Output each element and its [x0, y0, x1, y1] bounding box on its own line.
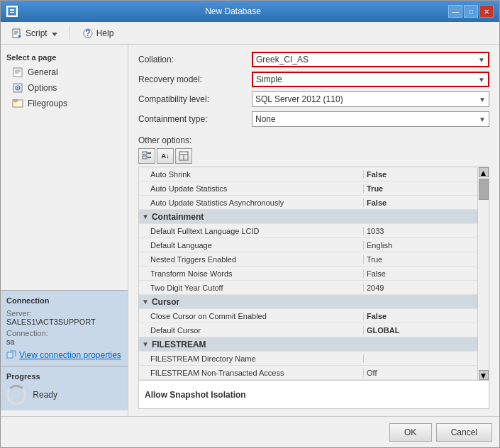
containment-value: None — [255, 114, 479, 124]
property-row[interactable]: Auto Update StatisticsTrue — [139, 181, 477, 196]
progress-title: Progress — [6, 372, 122, 381]
sidebar-general-label: General — [28, 67, 58, 77]
connection-section: Connection Server: SALES1\ACT3SUPPORT Co… — [1, 290, 128, 366]
sidebar: Select a page General — [1, 45, 128, 416]
collation-label: Collation: — [138, 55, 252, 65]
scrollbar[interactable]: ▲ ▼ — [477, 167, 489, 380]
help-icon: ? — [82, 28, 94, 39]
svg-rect-23 — [143, 152, 147, 155]
collation-select[interactable]: Greek_CI_AS ▼ — [252, 52, 489, 67]
recovery-arrow-icon: ▼ — [478, 76, 485, 84]
containment-select[interactable]: None ▼ — [252, 111, 489, 127]
window-icon — [6, 6, 18, 17]
toolbar-separator — [70, 26, 70, 40]
property-row[interactable]: Nested Triggers EnabledTrue — [139, 252, 477, 267]
progress-section: Progress Ready — [1, 366, 128, 410]
property-row[interactable]: Auto ShrinkFalse — [139, 167, 477, 181]
cancel-button[interactable]: Cancel — [436, 423, 492, 442]
progress-row: Ready — [6, 385, 122, 405]
category-row[interactable]: ▼ Cursor — [139, 295, 477, 309]
server-label: Server: — [6, 309, 122, 318]
main-content: Select a page General — [1, 45, 499, 416]
title-bar: New Database — □ ✕ — [1, 1, 499, 22]
recovery-select[interactable]: Simple ▼ — [252, 72, 489, 87]
properties-icon — [179, 151, 189, 161]
main-window: New Database — □ ✕ Script ? Help — [0, 0, 500, 448]
svg-rect-1 — [10, 9, 14, 11]
category-row[interactable]: ▼ Containment — [139, 210, 477, 224]
sidebar-filegroups-label: Filegroups — [28, 99, 67, 108]
property-row[interactable]: Default Fulltext Language LCID1033 — [139, 224, 477, 238]
containment-arrow-icon: ▼ — [479, 116, 486, 123]
property-row[interactable]: Default CursorGLOBAL — [139, 323, 477, 337]
window-title: New Database — [18, 6, 448, 16]
options-icon — [12, 82, 23, 94]
compatibility-select[interactable]: SQL Server 2012 (110) ▼ — [252, 91, 489, 107]
property-row[interactable]: FILESTREAM Non-Transacted AccessOff — [139, 366, 477, 380]
property-row[interactable]: Two Digit Year Cutoff2049 — [139, 281, 477, 295]
scroll-up-button[interactable]: ▲ — [479, 167, 489, 177]
property-row[interactable]: Close Cursor on Commit EnabledFalse — [139, 309, 477, 323]
containment-row: Containment type: None ▼ — [138, 111, 489, 127]
svg-rect-20 — [7, 352, 13, 358]
script-dropdown-icon — [50, 28, 57, 38]
compatibility-row: Compatibility level: SQL Server 2012 (11… — [138, 91, 489, 107]
collation-row: Collation: Greek_CI_AS ▼ — [138, 52, 489, 67]
minimize-button[interactable]: — — [448, 5, 462, 18]
property-row[interactable]: FILESTREAM Directory Name — [139, 352, 477, 366]
containment-label: Containment type: — [138, 114, 252, 124]
recovery-label: Recovery model: — [138, 74, 252, 84]
help-button[interactable]: ? Help — [77, 26, 119, 41]
toolbar: Script ? Help — [1, 22, 499, 45]
maximize-button[interactable]: □ — [464, 5, 478, 18]
script-label: Script — [26, 28, 48, 38]
close-button[interactable]: ✕ — [479, 5, 494, 18]
sidebar-options-label: Options — [28, 83, 57, 93]
svg-rect-0 — [9, 8, 16, 15]
options-toolbar: A↓ — [138, 148, 489, 164]
property-row[interactable]: Default LanguageEnglish — [139, 238, 477, 252]
svg-text:?: ? — [85, 28, 90, 38]
recovery-value: Simple — [256, 74, 478, 84]
bottom-bar: OK Cancel — [1, 416, 499, 447]
ok-button[interactable]: OK — [389, 423, 432, 442]
progress-status: Ready — [33, 390, 57, 400]
filegroups-icon — [12, 98, 23, 109]
script-button[interactable]: Script — [6, 26, 62, 41]
property-row[interactable]: Transform Noise WordsFalse — [139, 267, 477, 281]
sidebar-item-filegroups[interactable]: Filegroups — [1, 96, 128, 111]
title-controls: — □ ✕ — [448, 5, 494, 18]
sidebar-item-options[interactable]: Options — [1, 80, 128, 96]
sort-category-icon — [142, 151, 152, 161]
svg-rect-19 — [14, 100, 17, 101]
recovery-row: Recovery model: Simple ▼ — [138, 72, 489, 87]
description-text: Allow Snapshot Isolation — [145, 390, 246, 400]
category-row[interactable]: ▼ FILESTREAM — [139, 337, 477, 352]
description-bar: Allow Snapshot Isolation — [139, 380, 489, 408]
script-icon — [11, 28, 23, 39]
server-value: SALES1\ACT3SUPPORT — [6, 318, 122, 326]
property-row[interactable]: Auto Update Statistics AsynchronouslyFal… — [139, 196, 477, 210]
view-connection-link[interactable]: View connection properties — [6, 350, 122, 360]
collation-control: Greek_CI_AS ▼ — [252, 52, 489, 67]
compatibility-value: SQL Server 2012 (110) — [255, 94, 479, 104]
scroll-down-button[interactable]: ▼ — [479, 370, 489, 380]
scroll-thumb[interactable] — [479, 179, 489, 200]
right-panel: Collation: Greek_CI_AS ▼ Recovery model:… — [128, 45, 499, 416]
properties-list: Auto ShrinkFalseAuto Update StatisticsTr… — [139, 167, 477, 380]
compatibility-arrow-icon: ▼ — [479, 96, 486, 103]
sort-category-button[interactable] — [138, 148, 155, 164]
svg-point-16 — [17, 87, 18, 89]
connection-value: sa — [6, 337, 122, 346]
sidebar-item-general[interactable]: General — [1, 65, 128, 80]
compatibility-control: SQL Server 2012 (110) ▼ — [252, 91, 489, 107]
svg-rect-2 — [10, 12, 14, 13]
properties-button[interactable] — [175, 148, 192, 164]
sort-alpha-button[interactable]: A↓ — [157, 148, 174, 164]
properties-table: Auto ShrinkFalseAuto Update StatisticsTr… — [138, 167, 489, 409]
compatibility-label: Compatibility level: — [138, 94, 252, 104]
view-connection-label: View connection properties — [19, 350, 121, 360]
sort-alpha-icon: A↓ — [162, 152, 170, 159]
svg-rect-10 — [13, 68, 22, 77]
connection-link-icon — [6, 350, 16, 360]
